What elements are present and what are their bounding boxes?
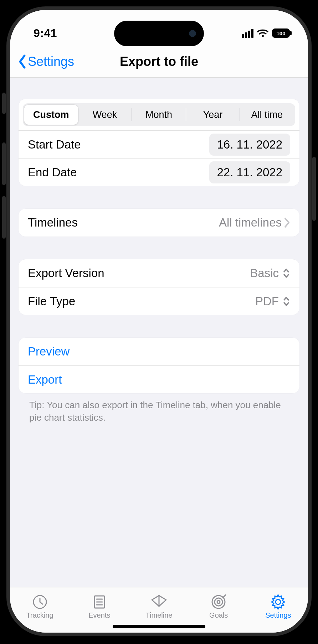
- back-button[interactable]: Settings: [18, 46, 74, 77]
- tab-timeline[interactable]: Timeline: [129, 587, 189, 625]
- segment-year[interactable]: Year: [186, 105, 240, 125]
- page-title: Export to file: [120, 54, 198, 69]
- end-date-row: End Date 22. 11. 2022: [19, 158, 299, 186]
- timelines-value: All timelines: [219, 216, 282, 229]
- start-date-label: Start Date: [28, 138, 81, 151]
- timelines-row[interactable]: Timelines All timelines: [19, 209, 299, 237]
- list-icon: [91, 594, 108, 610]
- start-date-row: Start Date 16. 11. 2022: [19, 130, 299, 158]
- back-label: Settings: [28, 54, 74, 69]
- end-date-label: End Date: [28, 166, 77, 179]
- tab-events[interactable]: Events: [70, 587, 129, 625]
- segment-all-time[interactable]: All time: [240, 105, 294, 125]
- chevron-up-down-icon: [282, 268, 290, 278]
- chevron-right-icon: [284, 217, 290, 228]
- clock-icon: [31, 594, 48, 610]
- wifi-icon: [257, 29, 268, 37]
- start-date-picker[interactable]: 16. 11. 2022: [209, 134, 291, 156]
- date-range-group: Custom Week Month Year All time Start Da…: [19, 99, 299, 186]
- export-version-row[interactable]: Export Version Basic: [19, 259, 299, 287]
- range-segmented-control[interactable]: Custom Week Month Year All time: [23, 103, 295, 126]
- tab-goals[interactable]: Goals: [189, 587, 248, 625]
- footer-tip: Tip: You can also export in the Timeline…: [19, 393, 299, 424]
- home-indicator[interactable]: [113, 625, 205, 628]
- svg-point-0: [262, 35, 264, 37]
- segment-month[interactable]: Month: [132, 105, 186, 125]
- svg-point-10: [217, 601, 220, 603]
- svg-point-9: [215, 598, 222, 606]
- file-type-row[interactable]: File Type PDF: [19, 287, 299, 315]
- timelines-group: Timelines All timelines: [19, 209, 299, 237]
- end-date-picker[interactable]: 22. 11. 2022: [209, 161, 291, 183]
- target-icon: [210, 594, 227, 610]
- export-options-group: Export Version Basic File Type PDF: [19, 259, 299, 315]
- status-time: 9:41: [34, 27, 57, 40]
- file-type-value: PDF: [255, 295, 279, 308]
- dynamic-island: [114, 21, 204, 46]
- export-version-label: Export Version: [28, 266, 104, 280]
- export-version-value: Basic: [250, 266, 279, 280]
- segment-week[interactable]: Week: [78, 105, 132, 125]
- svg-line-11: [223, 595, 226, 598]
- tab-settings[interactable]: Settings: [248, 587, 308, 625]
- svg-point-12: [276, 599, 281, 604]
- tab-tracking[interactable]: Tracking: [10, 587, 70, 625]
- gear-icon: [270, 594, 287, 610]
- actions-group: Preview Export: [19, 338, 299, 393]
- diamond-icon: [150, 594, 168, 610]
- file-type-label: File Type: [28, 295, 75, 308]
- segment-custom[interactable]: Custom: [24, 105, 78, 125]
- preview-button[interactable]: Preview: [19, 338, 299, 365]
- export-button[interactable]: Export: [19, 365, 299, 393]
- timelines-label: Timelines: [28, 216, 78, 229]
- cellular-icon: [242, 29, 253, 38]
- chevron-up-down-icon: [282, 296, 290, 306]
- battery-icon: 100: [272, 28, 292, 38]
- chevron-left-icon: [18, 54, 27, 69]
